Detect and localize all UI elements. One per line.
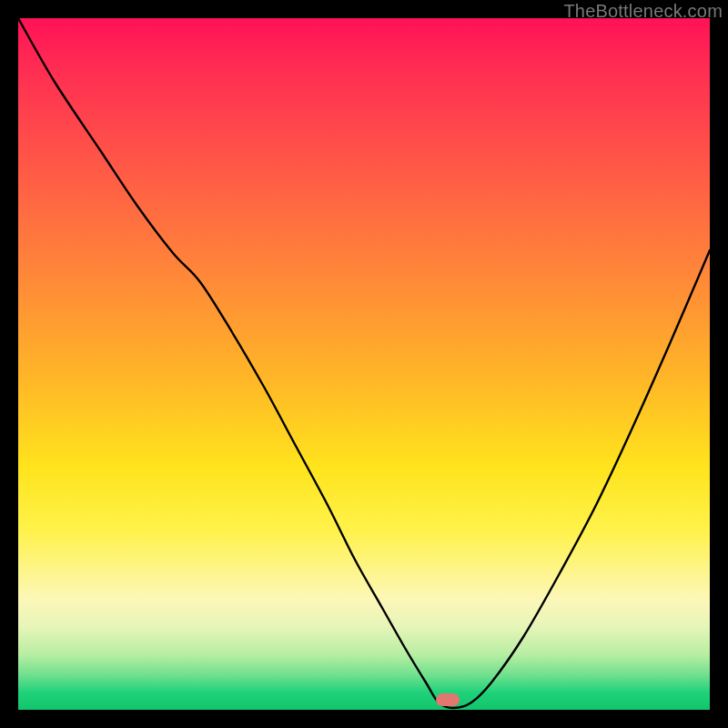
chart-frame: TheBottleneck.com (0, 0, 728, 728)
watermark-text: TheBottleneck.com (563, 1, 723, 22)
optimum-marker (436, 693, 460, 706)
bottleneck-curve (18, 18, 710, 710)
plot-area (18, 18, 710, 710)
